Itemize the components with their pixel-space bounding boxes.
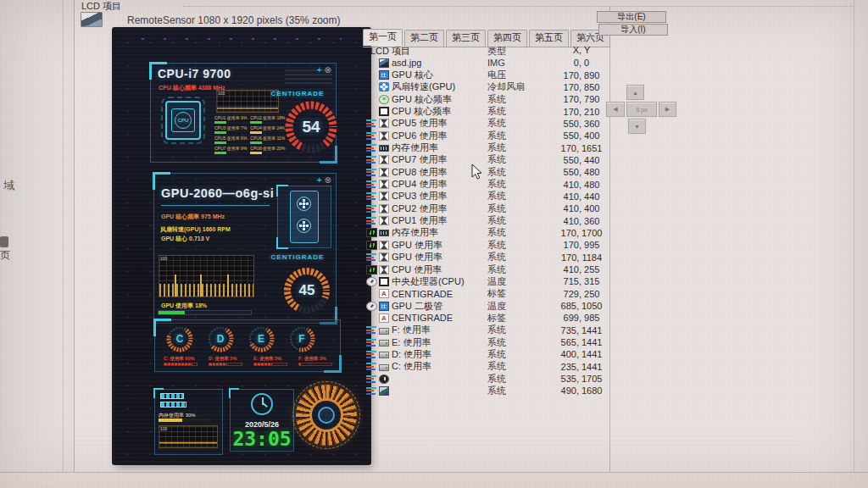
core-usage-bar [214,141,226,144]
table-row[interactable]: C: 使用率系统235, 1441 [363,361,609,373]
add-icon[interactable]: + [317,175,322,185]
table-row[interactable]: CPU 使用率系统410, 255 [363,263,609,275]
gauge-icon [366,302,377,311]
table-row[interactable]: 中央处理器(CPU)温度715, 315 [363,275,609,287]
table-row[interactable]: CPU5 使用率系统550, 360 [363,118,609,130]
item-xy: 410, 255 [554,264,609,274]
table-row[interactable]: GPU 核心频率系统170, 790 [363,93,609,105]
table-row[interactable]: CPU3 使用率系统410, 440 [363,191,609,202]
close-icon[interactable]: ⊗ [325,65,331,75]
drive-labels: C: 使用率 60%D: 使用率 5%E: 使用率 5%F: 使用率 3% [164,356,337,366]
item-name: GPU 核心频率 [392,93,452,106]
import-button[interactable]: 导入(I) [598,24,668,36]
tab-page-1[interactable]: 第一页 [363,29,403,46]
preview-caption: RemoteSensor 1080 x 1920 pixels (35% zoo… [127,14,340,26]
item-name-cell: 中央处理器(CPU) [363,275,487,288]
item-type: 系统 [487,202,554,215]
cpu-widget-panel[interactable]: CPU-i7 9700 CPU 核心频率 4388 MHz CPU 100 CP… [150,63,337,163]
item-name-cell: CENTIGRADE [363,289,487,299]
tab-page-3[interactable]: 第三页 [446,30,486,47]
add-icon[interactable]: + [317,65,322,75]
segment-bar [160,402,186,408]
close-icon[interactable]: ⊗ [325,175,331,185]
table-row[interactable]: F: 使用率系统735, 1441 [363,324,609,336]
item-type: 标签 [487,312,554,324]
table-row[interactable]: asd.jpgIMG0, 0 [363,57,609,69]
bars-icon [366,191,377,201]
table-row[interactable]: E: 使用率系统565, 1441 [363,336,609,348]
item-type: 系统 [487,251,554,263]
item-type: 系统 [487,263,554,276]
chart-max-label: 100 [160,426,167,431]
sidebar-partial-text: 域 [3,178,14,193]
bars-icon [366,216,377,225]
cpu-title: CPU-i7 9700 [158,67,231,80]
table-row[interactable]: CPU6 使用率系统550, 400 [363,130,609,141]
nudge-pad: ▲ ◀ 5 px ▶ ▼ [602,81,680,137]
cpu-temp-gauge[interactable]: 54 [283,99,339,155]
memory-chart: 100 [159,425,218,448]
drive-gauge-e: E [247,324,275,353]
nudge-right-button[interactable]: ▶ [659,102,676,117]
item-name-cell: CPU5 使用率 [363,117,487,130]
table-row[interactable]: GPU 核心电压170, 890 [363,69,609,80]
table-row[interactable]: 风扇转速(GPU)冷却风扇170, 850 [363,81,609,93]
tab-page-4[interactable]: 第四页 [487,30,527,47]
drive-usage-text: D: 使用率 5% [209,356,247,362]
clock-widget-panel[interactable]: 2020/5/26 23:05 [230,389,294,452]
memory-widget-panel[interactable]: 内存使用率 30% 100 [154,389,223,455]
table-row[interactable]: 内存使用率系统170, 1651 [363,141,609,153]
table-row[interactable]: D: 使用率系统400, 1441 [363,348,609,360]
item-type: 系统 [487,166,554,179]
gpu-fan-icon [297,197,311,211]
table-row[interactable]: CENTIGRADE标签699, 985 [363,312,609,324]
hourglass-icon [379,131,389,141]
title-underline [161,205,270,206]
table-row[interactable]: CPU7 使用率系统550, 440 [363,154,609,166]
nudge-up-button[interactable]: ▲ [626,85,644,100]
gpu-widget-panel[interactable]: GPU-2060—o6g-si GPU 核心频率 975 MHz 风扇转速(GP… [153,173,337,324]
item-name: CPU2 使用率 [392,202,447,215]
drive-usage-text: F: 使用率 3% [298,356,337,362]
group-title: LCD 项目 [81,0,121,13]
table-row[interactable]: GPU 使用率系统170, 1184 [363,252,609,263]
table-row[interactable]: CPU8 使用率系统550, 480 [363,166,609,178]
table-row[interactable]: CPU4 使用率系统410, 480 [363,178,609,190]
nudge-down-button[interactable]: ▼ [628,119,646,134]
hourglass-icon [379,180,389,189]
cpu-core-usage: CPU8 使用率 20% [250,146,285,154]
table-row[interactable]: GPU 使用率系统170, 995 [363,239,609,251]
lcd-preview[interactable]: CPU-i7 9700 CPU 核心频率 4388 MHz CPU 100 CP… [113,28,370,464]
table-row[interactable]: CPU 核心频率系统170, 210 [363,105,609,117]
item-xy: 535, 1705 [554,374,609,384]
export-button[interactable]: 导出(E) [597,11,666,23]
table-row[interactable]: CPU2 使用率系统410, 400 [363,202,609,214]
arrow-up-icon: ▲ [632,90,638,96]
tab-page-5[interactable]: 第五页 [529,30,569,47]
table-row[interactable]: 系统490, 1680 [363,385,609,396]
core-label: CPU3 使用率 7% [214,125,247,130]
photo-icon [379,386,389,396]
item-xy: 170, 1651 [554,143,609,153]
sidebar-partial-icon [0,236,8,247]
cpu-core-usage: CPU5 使用率 6% [214,136,247,144]
nudge-left-button[interactable]: ◀ [606,102,625,117]
item-xy: 735, 1441 [554,325,609,336]
item-name: CPU6 使用率 [392,130,447,142]
drives-widget-panel[interactable]: CDEF C: 使用率 60%D: 使用率 5%E: 使用率 5%F: 使用率 … [154,319,341,372]
item-xy: 729, 250 [554,289,609,299]
table-row[interactable]: CPU1 使用率系统410, 360 [363,214,609,226]
table-row[interactable]: CENTIGRADE标签729, 250 [363,288,609,300]
table-row[interactable]: GPU 二极管温度685, 1050 [363,300,609,312]
ornament-core [318,407,335,424]
item-type: 系统 [487,239,554,252]
item-type: 系统 [487,93,554,106]
table-row[interactable]: 内存使用率系统170, 1700 [363,227,609,239]
gpu-temp-value: 45 [281,265,332,316]
table-row[interactable]: 系统535, 1705 [363,373,609,385]
item-name-cell: CPU7 使用率 [363,153,487,166]
core-usage-bar [250,152,262,154]
item-name: CPU4 使用率 [392,178,447,191]
lcd-skin-surface: CPU-i7 9700 CPU 核心频率 4388 MHz CPU 100 CP… [116,31,367,461]
gpu-temp-gauge[interactable]: 45 [281,265,332,316]
